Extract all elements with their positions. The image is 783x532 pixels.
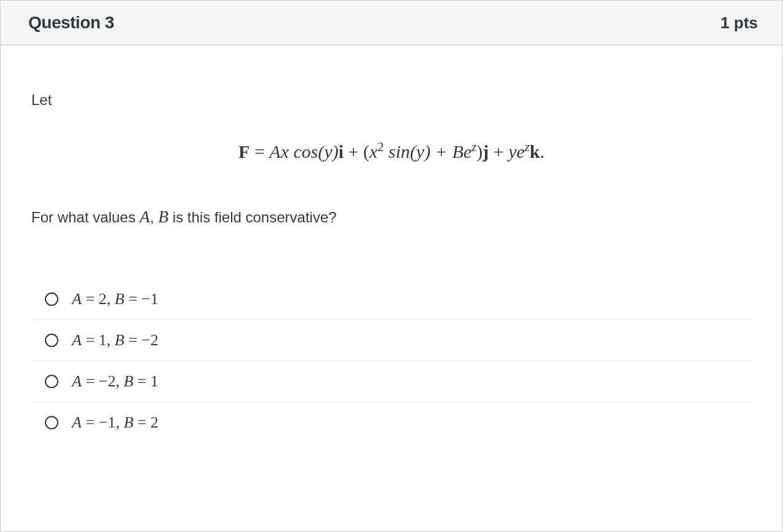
prompt-follow: For what values A, B is this field conse… (31, 207, 752, 227)
question-points: 1 pts (720, 14, 758, 33)
answer-B-val: = 1 (133, 372, 159, 390)
equation-sup2: 2 (377, 140, 384, 154)
answer-text: A = 1, B = −2 (72, 331, 159, 350)
equation-close: ) (476, 141, 482, 162)
answer-A-label: A (72, 413, 82, 431)
answer-A-label: A (72, 331, 82, 349)
equation-F: F (238, 141, 250, 162)
answer-B-label: B (124, 413, 133, 431)
answer-A-val: = −1, (82, 413, 124, 431)
answer-B-val: = −2 (124, 331, 158, 349)
answer-text: A = −1, B = 2 (72, 413, 159, 432)
follow-pre: For what values (31, 209, 140, 225)
answer-option[interactable]: A = 1, B = −2 (31, 320, 752, 361)
answer-option[interactable]: A = −2, B = 1 (31, 361, 752, 402)
equation-x: x (369, 141, 377, 162)
equation-i: i (339, 141, 344, 162)
equation-j: j (482, 141, 489, 162)
answer-text: A = −2, B = 1 (72, 372, 159, 391)
answer-A-label: A (72, 290, 82, 308)
question-card: Question 3 1 pts Let F = Ax cos(y)i + (x… (0, 0, 783, 532)
equation-k: k (530, 141, 540, 162)
follow-B: B (158, 207, 168, 226)
equation-xcosy: x cos(y) (281, 141, 339, 162)
equation-siny: sin(y) + (384, 141, 452, 162)
equation-plus1: + ( (344, 141, 369, 162)
equation-e1: e (463, 141, 471, 162)
answer-B-val: = 2 (133, 413, 159, 431)
question-header: Question 3 1 pts (1, 1, 782, 45)
prompt-intro: Let (31, 92, 752, 109)
answer-A-label: A (72, 372, 82, 390)
equation-period: . (540, 141, 545, 162)
question-title: Question 3 (28, 13, 114, 33)
equation-z2: z (525, 140, 530, 154)
radio-icon[interactable] (45, 416, 58, 429)
equation-B: B (452, 141, 463, 162)
follow-post: is this field conservative? (168, 209, 336, 225)
answer-B-label: B (115, 331, 125, 349)
answer-A-val: = 1, (82, 331, 115, 349)
follow-comma: , (150, 209, 158, 225)
answer-A-val: = 2, (82, 290, 115, 308)
equation-ye: ye (508, 141, 525, 162)
answer-option[interactable]: A = −1, B = 2 (31, 402, 752, 443)
follow-A: A (140, 207, 150, 226)
equation-plus2: + (489, 141, 508, 162)
equation: F = Ax cos(y)i + (x2 sin(y) + Bez)j + ye… (31, 143, 752, 161)
answer-list: A = 2, B = −1 A = 1, B = −2 A = −2, B = … (31, 279, 752, 443)
answer-option[interactable]: A = 2, B = −1 (31, 279, 752, 320)
answer-text: A = 2, B = −1 (72, 290, 159, 308)
answer-A-val: = −2, (82, 372, 124, 390)
answer-B-val: = −1 (124, 290, 158, 308)
equation-A: A (269, 141, 280, 162)
radio-icon[interactable] (45, 292, 58, 306)
question-body: Let F = Ax cos(y)i + (x2 sin(y) + Bez)j … (1, 45, 782, 531)
radio-icon[interactable] (45, 334, 58, 347)
equation-eq: = (250, 141, 269, 162)
answer-B-label: B (124, 372, 133, 390)
answer-B-label: B (115, 290, 125, 308)
radio-icon[interactable] (45, 375, 58, 388)
